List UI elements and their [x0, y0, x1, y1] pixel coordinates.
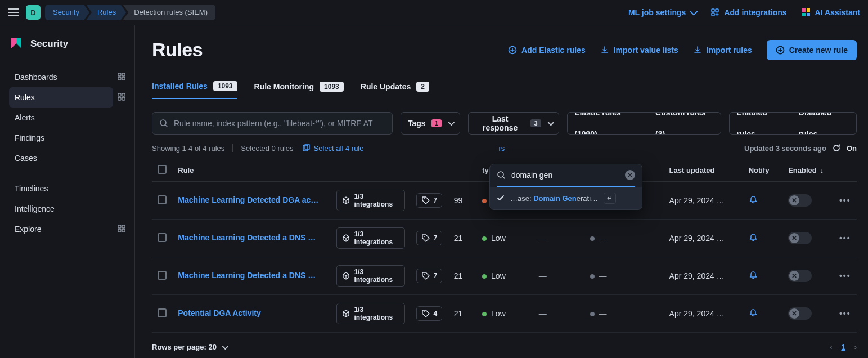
- enabled-toggle[interactable]: ✕: [788, 307, 812, 320]
- tags-badge[interactable]: 7: [416, 268, 443, 283]
- notify-button[interactable]: [749, 197, 758, 206]
- last-response-cell: —: [584, 220, 664, 257]
- tags-popover-result[interactable]: …ase: Domain Generati… ↵: [490, 187, 642, 209]
- last-run-value: —: [539, 234, 547, 243]
- integrations-badge[interactable]: 1/3 integrations: [336, 227, 404, 249]
- integrations-badge[interactable]: 1/3 integrations: [336, 265, 404, 287]
- refresh-icon[interactable]: [832, 144, 841, 153]
- column-header[interactable]: Enabled↓: [782, 159, 834, 182]
- plus-circle-icon: [776, 46, 785, 55]
- sidebar-item-explore[interactable]: Explore: [9, 219, 113, 239]
- column-header[interactable]: [834, 159, 857, 182]
- rule-name-link[interactable]: Potential DGA Activity: [178, 308, 261, 317]
- column-header[interactable]: [411, 159, 448, 182]
- sidebar-item-dashboards[interactable]: Dashboards: [9, 67, 113, 87]
- sidebar-item-alerts[interactable]: Alerts: [9, 108, 125, 128]
- notify-button[interactable]: [749, 272, 758, 281]
- clear-filters-link-part[interactable]: rs: [498, 144, 505, 153]
- create-new-rule-button[interactable]: Create new rule: [767, 40, 857, 60]
- import-value-lists-link[interactable]: Import value lists: [600, 46, 678, 55]
- column-header[interactable]: Notify: [743, 159, 783, 182]
- import-rules-link[interactable]: Import rules: [693, 46, 752, 55]
- sidebar-item-intelligence[interactable]: Intelligence: [9, 199, 125, 219]
- enabled-toggle[interactable]: ✕: [788, 270, 812, 282]
- tags-badge[interactable]: 7: [416, 231, 443, 245]
- row-checkbox[interactable]: [158, 195, 167, 204]
- notify-button[interactable]: [749, 235, 758, 244]
- column-header[interactable]: Last updated: [664, 159, 743, 182]
- tags-filter-button[interactable]: Tags 1: [401, 112, 460, 135]
- column-header[interactable]: Rule: [172, 159, 331, 182]
- column-header[interactable]: [331, 159, 410, 182]
- ai-assistant-link[interactable]: AI Assistant: [802, 8, 860, 17]
- rule-name-link[interactable]: Machine Learning Detected a DNS …: [178, 271, 316, 280]
- response-dot-icon: [590, 274, 595, 279]
- integrations-badge[interactable]: 1/3 integrations: [336, 190, 404, 211]
- select-all-checkbox[interactable]: [158, 165, 167, 174]
- sidebar-item-rules[interactable]: Rules: [9, 87, 113, 108]
- row-actions-button[interactable]: •••: [839, 196, 851, 205]
- sidebar-item-cases[interactable]: Cases: [9, 148, 125, 168]
- select-all-link[interactable]: Select all 4 rule: [314, 144, 364, 153]
- last-run-cell: —: [533, 257, 584, 295]
- page-number[interactable]: 1: [841, 343, 845, 351]
- grid-icon[interactable]: [118, 225, 125, 234]
- rows-per-page-select[interactable]: Rows per page: 20: [152, 343, 227, 351]
- rule-name-link[interactable]: Machine Learning Detected DGA ac…: [178, 195, 318, 204]
- row-actions-button[interactable]: •••: [839, 309, 851, 318]
- tags-cell: 7: [411, 257, 448, 295]
- grid-icon[interactable]: [118, 93, 125, 102]
- ml-job-settings-link[interactable]: ML job settings: [628, 8, 696, 17]
- notify-button[interactable]: [749, 310, 758, 319]
- tags-badge[interactable]: 7: [416, 193, 443, 208]
- row-actions-button[interactable]: •••: [839, 234, 851, 243]
- menu-icon[interactable]: [8, 7, 19, 18]
- space-badge[interactable]: D: [26, 5, 41, 20]
- score-cell: 99: [448, 182, 476, 220]
- svg-rect-12: [122, 93, 125, 96]
- row-checkbox[interactable]: [158, 308, 167, 317]
- last-response-cell: —: [584, 295, 664, 333]
- add-elastic-rules-link[interactable]: Add Elastic rules: [508, 46, 586, 55]
- breadcrumb-security[interactable]: Security: [45, 5, 89, 20]
- add-integrations-link[interactable]: Add integrations: [710, 8, 786, 17]
- disabled-rules-toggle[interactable]: Disabled rules: [792, 112, 856, 135]
- add-integration-icon: [710, 8, 719, 17]
- custom-rules-toggle[interactable]: Custom rules (3): [649, 112, 721, 135]
- auto-refresh-toggle[interactable]: On: [847, 144, 857, 153]
- tags-badge[interactable]: 4: [416, 306, 443, 321]
- row-actions-button[interactable]: •••: [839, 271, 851, 280]
- rule-name-link[interactable]: Machine Learning Detected a DNS …: [178, 233, 316, 242]
- tags-popover-input[interactable]: [511, 171, 619, 180]
- prev-page-button[interactable]: ‹: [830, 343, 832, 351]
- next-page-button[interactable]: ›: [854, 343, 857, 351]
- table-footer: Rows per page: 20 ‹ 1 ›: [152, 343, 857, 351]
- rules-search-box[interactable]: [152, 112, 393, 135]
- tab-installed-rules[interactable]: Installed Rules1093: [152, 81, 237, 99]
- enabled-rules-toggle[interactable]: Enabled rules: [730, 112, 791, 135]
- elastic-rules-toggle[interactable]: Elastic rules (1090): [568, 112, 649, 135]
- rules-search-input[interactable]: [174, 119, 385, 128]
- breadcrumb-rules[interactable]: Rules: [86, 5, 126, 20]
- row-checkbox[interactable]: [158, 233, 167, 242]
- column-header[interactable]: [448, 159, 476, 182]
- tab-rule-monitoring[interactable]: Rule Monitoring1093: [254, 81, 344, 99]
- tab-rule-updates[interactable]: Rule Updates2: [361, 81, 429, 99]
- enter-key-icon: ↵: [604, 193, 616, 204]
- grid-icon[interactable]: [118, 73, 125, 82]
- enabled-cell: ✕: [782, 182, 834, 220]
- enabled-toggle[interactable]: ✕: [788, 194, 812, 207]
- sidebar-item-timelines[interactable]: Timelines: [9, 178, 125, 199]
- risk-score: 99: [454, 196, 463, 205]
- integrations-badge[interactable]: 1/3 integrations: [336, 303, 404, 324]
- toggle-thumb-icon: ✕: [789, 195, 799, 205]
- clear-input-icon[interactable]: [625, 170, 635, 180]
- svg-rect-13: [118, 97, 121, 100]
- enabled-toggle[interactable]: ✕: [788, 232, 812, 244]
- row-checkbox[interactable]: [158, 271, 167, 280]
- last-response-filter-button[interactable]: Last response 3: [468, 112, 559, 135]
- last-run-cell: —: [533, 220, 584, 257]
- svg-rect-6: [807, 13, 810, 16]
- sidebar-item-findings[interactable]: Findings: [9, 128, 125, 148]
- tab-badge: 2: [416, 82, 429, 92]
